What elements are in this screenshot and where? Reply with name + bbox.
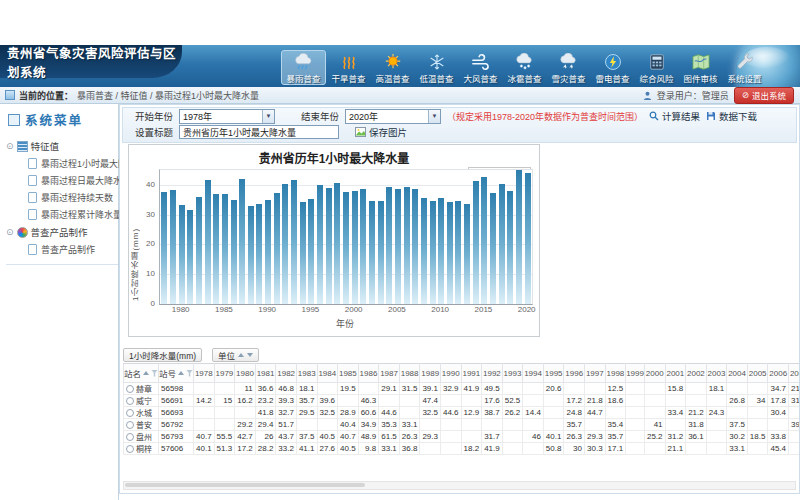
value-cell: 27.6: [317, 443, 338, 455]
col-header-1980[interactable]: 1980: [235, 364, 256, 383]
station-id-cell: 56793: [159, 431, 194, 443]
col-header-2003[interactable]: 2003: [706, 364, 727, 383]
value-cell: [747, 407, 768, 419]
col-header-1990[interactable]: 1990: [440, 364, 461, 383]
col-header-1995[interactable]: 1995: [543, 364, 564, 383]
scrollbar-thumb[interactable]: [125, 483, 365, 487]
logout-button[interactable]: ⊘ 退出系统: [734, 87, 794, 104]
row-radio[interactable]: [126, 397, 134, 405]
nav-item-高温普查[interactable]: 高温普查: [371, 50, 414, 85]
end-year-select[interactable]: 2020年 ▼: [345, 109, 441, 124]
unit-field-chip[interactable]: 单位: [212, 348, 259, 362]
value-cell: [747, 383, 768, 395]
tree-item-暴雨过程持续天数[interactable]: 暴雨过程持续天数: [6, 189, 118, 206]
col-header-2004[interactable]: 2004: [727, 364, 748, 383]
value-cell: 61.5: [379, 431, 400, 443]
col-header-2006[interactable]: 2006: [768, 364, 789, 383]
col-header-1979[interactable]: 1979: [214, 364, 235, 383]
station-name-cell: 威宁: [124, 395, 159, 407]
col-header-1981[interactable]: 1981: [255, 364, 276, 383]
col-header-2005[interactable]: 2005: [747, 364, 768, 383]
col-header-1994[interactable]: 1994: [523, 364, 544, 383]
nav-item-雪灾普查[interactable]: 雪灾普查: [547, 50, 590, 85]
hail-icon: [514, 52, 536, 71]
value-cell: 26.8: [727, 395, 748, 407]
col-header-1989[interactable]: 1989: [420, 364, 441, 383]
col-header-1991[interactable]: 1991: [461, 364, 482, 383]
table-row-普安: 普安5679229.229.451.740.434.935.333.135.73…: [124, 419, 800, 431]
breadcrumb-path[interactable]: 暴雨普查 / 特征值 / 暴雨过程1小时最大降水量: [77, 89, 259, 102]
col-header-1992[interactable]: 1992: [482, 364, 503, 383]
nav-item-系统设置[interactable]: 系统设置: [723, 50, 766, 85]
value-cell: 18.1: [706, 383, 727, 395]
tree-expander-icon[interactable]: ⊙: [6, 141, 14, 151]
row-radio[interactable]: [126, 421, 134, 429]
calc-result-link[interactable]: 计算结果: [649, 109, 700, 123]
value-cell: 32.9: [440, 383, 461, 395]
horizontal-scrollbar[interactable]: [123, 481, 796, 490]
nav-item-雷电普查[interactable]: 雷电普查: [591, 50, 634, 85]
nav-item-冰雹普查[interactable]: 冰雹普查: [503, 50, 546, 85]
col-header-station-name[interactable]: 站名: [124, 364, 159, 383]
value-cell: [502, 383, 523, 395]
col-header-1996[interactable]: 1996: [564, 364, 585, 383]
nav-item-干旱普查[interactable]: 干旱普查: [327, 50, 370, 85]
row-radio[interactable]: [126, 385, 134, 393]
plot-area: [159, 169, 533, 305]
col-header-1988[interactable]: 1988: [399, 364, 420, 383]
value-cell: 21.2: [686, 407, 707, 419]
tree-item-普查产品制作[interactable]: 普查产品制作: [6, 241, 118, 258]
tree-group-普查产品制作[interactable]: ⊙普查产品制作: [6, 223, 118, 241]
value-cell: 39.1: [420, 383, 441, 395]
value-cell: [706, 395, 727, 407]
value-field-chip[interactable]: 1小时降水量(mm): [123, 348, 202, 362]
col-header-1985[interactable]: 1985: [338, 364, 359, 383]
col-header-2001[interactable]: 2001: [665, 364, 686, 383]
value-cell: 35.7: [296, 395, 317, 407]
save-image-link[interactable]: 保存图片: [355, 125, 407, 139]
row-radio[interactable]: [126, 445, 134, 453]
tree-item-暴雨过程1小时最大降水量[interactable]: 暴雨过程1小时最大降水量: [6, 155, 118, 172]
col-header-1982[interactable]: 1982: [276, 364, 297, 383]
value-cell: 21.8: [585, 395, 606, 407]
value-cell: 30: [564, 443, 585, 455]
value-cell: 35.4: [605, 419, 626, 431]
col-header-1999[interactable]: 1999: [626, 364, 645, 383]
value-cell: [543, 419, 564, 431]
nav-item-图件审核[interactable]: 图件审核: [679, 50, 722, 85]
col-header-2002[interactable]: 2002: [686, 364, 707, 383]
nav-item-暴雨普查[interactable]: 暴雨普查: [281, 50, 326, 85]
tree-item-暴雨过程累计降水量[interactable]: 暴雨过程累计降水量: [6, 206, 118, 223]
value-cell: 33.1: [399, 419, 420, 431]
col-header-1993[interactable]: 1993: [502, 364, 523, 383]
col-header-1983[interactable]: 1983: [296, 364, 317, 383]
chart-title-input[interactable]: [179, 125, 339, 139]
col-header-1978[interactable]: 1978: [194, 364, 215, 383]
row-radio[interactable]: [126, 409, 134, 417]
col-header-1997[interactable]: 1997: [585, 364, 606, 383]
col-header-2000[interactable]: 2000: [644, 364, 665, 383]
tree-expander-icon[interactable]: ⊙: [6, 227, 14, 237]
col-header-1984[interactable]: 1984: [317, 364, 338, 383]
nav-item-综合风险[interactable]: 综合风险: [635, 50, 678, 85]
data-download-link[interactable]: 数据下载: [706, 109, 757, 123]
nav-item-label: 低温普查: [419, 72, 453, 84]
value-cell: 25.2: [644, 431, 665, 443]
col-header-station-id[interactable]: 站号: [159, 364, 194, 383]
tree-item-暴雨过程日最大降水量[interactable]: 暴雨过程日最大降水量: [6, 172, 118, 189]
row-radio[interactable]: [126, 433, 134, 441]
value-cell: 30.2: [727, 431, 748, 443]
filter-funnel-icon[interactable]: [186, 370, 193, 377]
nav-item-大风普查[interactable]: 大风普查: [459, 50, 502, 85]
start-year-select[interactable]: 1978年 ▼: [179, 109, 275, 124]
col-header-1998[interactable]: 1998: [605, 364, 626, 383]
filter-funnel-icon[interactable]: [151, 370, 158, 377]
tree-group-特征值[interactable]: ⊙特征值: [6, 137, 118, 155]
value-cell: 29.3: [585, 431, 606, 443]
col-header-1986[interactable]: 1986: [358, 364, 379, 383]
col-header-1987[interactable]: 1987: [379, 364, 400, 383]
value-cell: 45.4: [768, 443, 789, 455]
sidebar: 系统菜单 ⊙特征值暴雨过程1小时最大降水量暴雨过程日最大降水量暴雨过程持续天数暴…: [0, 104, 119, 500]
col-header-2007[interactable]: 2007: [789, 364, 799, 383]
nav-item-低温普查[interactable]: 低温普查: [415, 50, 458, 85]
